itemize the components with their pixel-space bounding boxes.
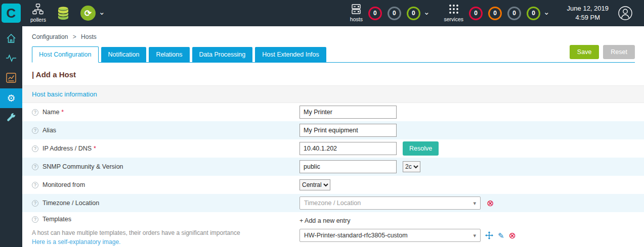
services-label: services [444,16,464,22]
ip-label: IP Address / DNS [42,145,92,152]
timezone-row: ? Timezone / Location Timezone / Locatio… [22,194,644,212]
topbar-status-area: hosts 0 0 0 ⌄ services 0 0 0 0 ⌄ [350,4,644,22]
hosts-down-badge[interactable]: 0 [368,7,382,20]
services-chevron-down-icon[interactable]: ⌄ [543,10,550,15]
pollers-menu[interactable]: pollers [30,4,46,23]
services-warning-badge[interactable]: 0 [488,7,502,20]
template-delete-icon[interactable]: ⊗ [509,232,516,239]
alias-label: Alias [42,127,56,134]
required-marker: * [94,145,96,152]
services-menu[interactable]: services [444,4,464,22]
timezone-placeholder: Timezone / Location [304,200,361,207]
resolve-button[interactable]: Resolve [403,141,439,156]
tab-data-processing[interactable]: Data Processing [192,47,253,62]
breadcrumb-separator: > [73,33,76,40]
form-actions: Save Reset [570,45,635,59]
snmp-label-cell: ? SNMP Community & Version [32,163,299,170]
snmp-community-input[interactable] [299,160,397,173]
template-edit-icon[interactable]: ✎ [498,232,504,239]
help-icon[interactable]: ? [32,127,38,134]
page-title: | Add a Host [32,70,644,79]
monitored-from-label-cell: ? Monitored from [32,181,299,188]
services-ok-badge[interactable]: 0 [527,7,540,20]
name-label-cell: ? Name * [32,109,299,116]
gear-icon: ⚙ [7,93,15,103]
tab-relations[interactable]: Relations [149,47,189,62]
template-move-icon[interactable] [485,231,493,239]
template-selected-value: HW-Printer-standard-rfc3805-custom [304,232,408,239]
wrench-icon [6,112,16,124]
dropdown-arrow-icon: ▾ [469,200,480,207]
breadcrumb-section[interactable]: Configuration [32,33,68,40]
sidebar-item-configuration[interactable]: ⚙ [0,88,22,108]
sidebar-item-reporting[interactable] [0,69,22,88]
services-unknown-badge[interactable]: 0 [507,7,521,20]
templates-row: ? Templates A host can have multiple tem… [22,212,644,247]
tab-notification[interactable]: Notification [101,47,147,62]
templates-help-text: A host can have multiple templates, thei… [32,228,299,237]
alias-row: ? Alias [22,121,644,139]
templates-label: Templates [42,216,71,223]
services-critical-badge[interactable]: 0 [469,7,483,20]
help-icon[interactable]: ? [32,216,38,223]
centreon-logo-icon: C [2,4,21,23]
current-date: June 12, 2019 [567,4,609,13]
tab-host-configuration[interactable]: Host Configuration [32,46,99,63]
monitored-from-label: Monitored from [42,181,85,188]
hosts-up-badge[interactable]: 0 [407,7,420,20]
alias-input[interactable] [299,124,397,137]
hosts-chevron-down-icon[interactable]: ⌄ [423,10,430,15]
hosts-label: hosts [350,16,363,22]
pollers-icon [32,4,44,16]
centreon-app: C pollers [0,0,644,247]
export-config-icon[interactable]: ⟳ [80,6,96,21]
ip-input[interactable] [299,142,397,155]
ip-row: ? IP Address / DNS * Resolve [22,139,644,158]
top-bar: C pollers [0,0,644,26]
tab-host-extended-infos[interactable]: Host Extended Infos [255,47,326,62]
user-profile-icon[interactable] [618,6,633,21]
name-row: ? Name * [22,103,644,121]
reset-button[interactable]: Reset [603,45,635,59]
required-marker: * [61,109,64,116]
database-status-icon[interactable] [57,6,69,20]
templates-help-link[interactable]: Here is a self-explanatory image. [32,238,120,245]
timezone-clear-icon[interactable]: ⊗ [487,200,494,207]
ip-label-cell: ? IP Address / DNS * [32,145,299,152]
hosts-unreachable-badge[interactable]: 0 [388,7,401,20]
help-icon[interactable]: ? [32,200,38,207]
snmp-version-select[interactable]: 2c [403,161,420,172]
snmp-row: ? SNMP Community & Version 2c [22,158,644,176]
snmp-label: SNMP Community & Version [42,163,123,170]
name-input[interactable] [299,106,397,119]
add-template-entry-link[interactable]: + Add a new entry [299,217,644,224]
help-icon[interactable]: ? [32,145,38,152]
breadcrumb-page[interactable]: Hosts [81,33,97,40]
pollers-label: pollers [30,17,46,23]
hosts-menu[interactable]: hosts [350,4,363,22]
section-header: Host basic information [22,85,644,103]
monitored-from-select[interactable]: Central [299,179,330,190]
template-dropdown[interactable]: HW-Printer-standard-rfc3805-custom ▾ [299,229,481,242]
templates-label-cell: ? Templates A host can have multiple tem… [32,216,299,245]
help-icon[interactable]: ? [32,109,38,116]
timezone-dropdown[interactable]: Timezone / Location ▾ [299,196,481,210]
tab-bar: Host Configuration Notification Relation… [32,46,635,63]
sidebar-item-monitoring[interactable] [0,49,22,69]
dropdown-arrow-icon: ▾ [469,232,480,239]
centreon-logo[interactable]: C [0,0,22,26]
breadcrumb: Configuration > Hosts [22,26,644,40]
help-icon[interactable]: ? [32,182,38,188]
sidebar: ⚙ [0,26,22,247]
chevron-down-icon[interactable]: ⌄ [99,10,105,15]
timezone-label: Timezone / Location [42,200,99,207]
save-button[interactable]: Save [570,45,599,59]
sidebar-item-home[interactable] [0,29,22,49]
alias-label-cell: ? Alias [32,127,299,134]
help-icon[interactable]: ? [32,164,38,170]
services-icon [449,4,459,15]
sidebar-item-administration[interactable] [0,108,22,128]
heartbeat-icon [6,54,17,64]
chart-icon [6,73,16,85]
current-time: 4:59 PM [567,13,609,22]
